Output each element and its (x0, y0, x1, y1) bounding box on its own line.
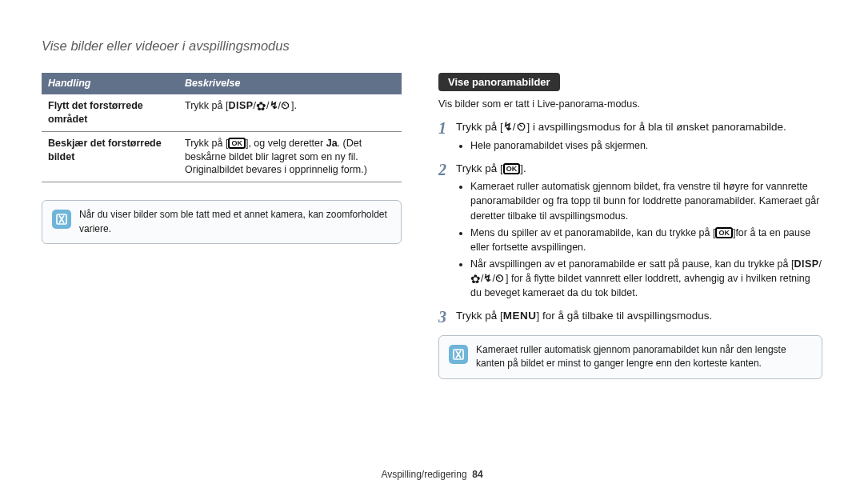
ok-icon: OK (503, 163, 521, 174)
section-heading: Vise panoramabilder (438, 73, 560, 91)
desc-cell: Trykk på [OK], og velg deretter Ja. (Det… (178, 131, 402, 182)
note-text: Kameraet ruller automatisk gjennom panor… (476, 343, 812, 371)
section-intro: Vis bilder som er tatt i Live-panorama-m… (438, 98, 822, 110)
sub-item: Mens du spiller av et panoramabilde, kan… (470, 226, 822, 254)
table-header-desc: Beskrivelse (178, 73, 402, 94)
macro-icon: ✿ (256, 99, 266, 113)
page-footer: Avspilling/redigering 84 (42, 469, 822, 480)
note-icon (449, 345, 468, 364)
note-icon (52, 210, 71, 229)
table-row: Flytt det forstørrede området Trykk på [… (42, 94, 402, 131)
ok-icon: OK (228, 138, 246, 149)
table-row: Beskjær det forstørrede bildet Trykk på … (42, 131, 402, 182)
action-cell: Beskjær det forstørrede bildet (42, 131, 178, 182)
action-table: Handling Beskrivelse Flytt det forstørre… (42, 73, 402, 182)
table-header-action: Handling (42, 73, 178, 94)
sub-item: Hele panoramabildet vises på skjermen. (470, 138, 822, 153)
footer-section: Avspilling/redigering (381, 469, 466, 480)
page-title: Vise bilder eller videoer i avspillingsm… (42, 38, 822, 54)
page-number: 84 (472, 469, 482, 480)
timer-icon: ⏲ (516, 121, 527, 133)
macro-icon: ✿ (470, 272, 481, 286)
disp-icon: DISP (228, 100, 253, 111)
desc-cell: Trykk på [DISP/✿/↯/⏲]. (178, 94, 402, 131)
sub-item: Kameraet ruller automatisk gjennom bilde… (470, 179, 822, 222)
timer-icon: ⏲ (495, 273, 506, 284)
sub-item: Når avspillingen av et panoramabilde er … (470, 257, 822, 300)
step-item: Trykk på [MENU] for å gå tilbake til avs… (438, 308, 822, 324)
step-item: Trykk på [OK]. Kameraet ruller automatis… (438, 161, 822, 301)
menu-icon: MENU (503, 310, 537, 322)
disp-icon: DISP (794, 258, 818, 270)
note-box: Når du viser bilder som ble tatt med et … (42, 200, 402, 244)
step-item: Trykk på [↯/⏲] i avspillingsmodus for å … (438, 119, 822, 153)
note-text: Når du viser bilder som ble tatt med et … (79, 208, 391, 236)
flash-icon: ↯ (503, 121, 513, 133)
note-box: Kameraet ruller automatisk gjennom panor… (438, 335, 822, 379)
action-cell: Flytt det forstørrede området (42, 94, 178, 131)
flash-icon: ↯ (483, 273, 492, 284)
flash-icon: ↯ (270, 100, 278, 111)
ok-icon: OK (715, 227, 733, 238)
timer-icon: ⏲ (281, 100, 291, 111)
